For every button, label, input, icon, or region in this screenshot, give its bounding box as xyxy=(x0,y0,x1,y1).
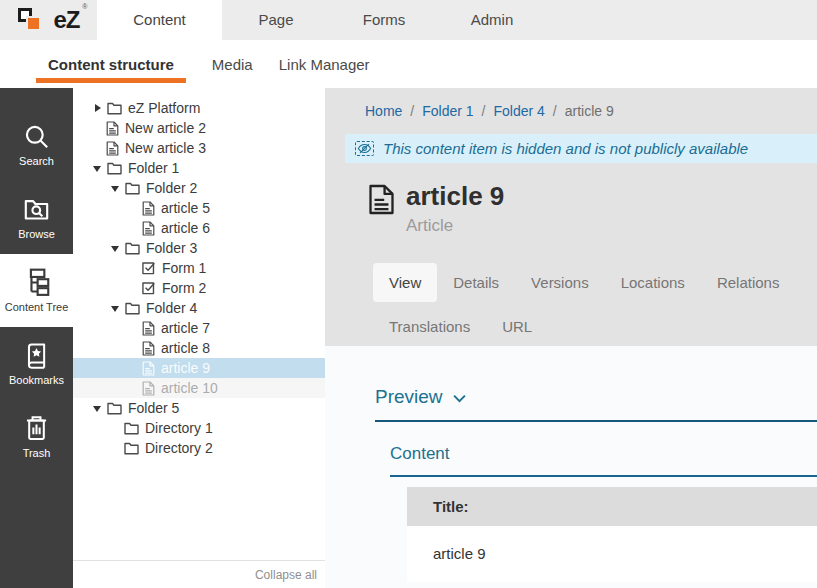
tree-item-content: article 9 xyxy=(142,360,210,376)
notice-text: This content item is hidden and is not p… xyxy=(383,140,748,157)
top-tab-content[interactable]: Content xyxy=(97,0,222,40)
sub-tab-link-manager[interactable]: Link Manager xyxy=(279,40,370,88)
logo-text: eZ® xyxy=(53,6,79,34)
sidebar-item-label: Bookmarks xyxy=(9,374,64,386)
tab-view[interactable]: View xyxy=(373,263,437,302)
tree-item-label: article 9 xyxy=(161,360,210,376)
tab-relations[interactable]: Relations xyxy=(701,263,796,302)
expanded-arrow-icon[interactable] xyxy=(111,183,121,193)
tree-item-label: Form 2 xyxy=(162,280,206,296)
expanded-arrow-icon[interactable] xyxy=(93,163,103,173)
expanded-arrow-icon[interactable] xyxy=(111,303,121,313)
tree-item-label: New article 2 xyxy=(125,120,206,136)
sub-tab-content-structure[interactable]: Content structure xyxy=(36,40,186,88)
app-body: SearchBrowseContent TreeBookmarksTrash e… xyxy=(0,88,817,588)
search-icon xyxy=(23,123,50,150)
preview-toggle[interactable]: Preview xyxy=(375,386,817,422)
tree-item-label: Folder 3 xyxy=(146,240,197,256)
tree-item-label: eZ Platform xyxy=(128,100,200,116)
top-bar: eZ® ContentPageFormsAdmin xyxy=(0,0,817,40)
tree-item-folder-4[interactable]: Folder 4 xyxy=(73,298,325,318)
content-tabs-row-1: ViewDetailsVersionsLocationsRelations xyxy=(373,263,817,302)
tree-item-directory-1[interactable]: Directory 1 xyxy=(73,418,325,438)
ez-logo[interactable]: eZ® xyxy=(0,0,97,40)
tree-item-label: article 7 xyxy=(161,320,210,336)
article-icon xyxy=(106,121,119,136)
tree-item-form-1[interactable]: Form 1 xyxy=(73,258,325,278)
article-icon xyxy=(106,141,119,156)
tree-item-content: Folder 3 xyxy=(125,240,197,256)
tree-item-article-10[interactable]: article 10 xyxy=(73,378,325,398)
tree-item-article-8[interactable]: article 8 xyxy=(73,338,325,358)
tab-locations[interactable]: Locations xyxy=(605,263,701,302)
sidebar-item-trash[interactable]: Trash xyxy=(0,400,73,473)
tree-item-folder-3[interactable]: Folder 3 xyxy=(73,238,325,258)
article-icon xyxy=(142,221,155,236)
tree-item-folder-2[interactable]: Folder 2 xyxy=(73,178,325,198)
folder-icon xyxy=(107,102,122,115)
breadcrumb-home[interactable]: Home xyxy=(365,103,402,119)
tree-item-content: Form 1 xyxy=(142,260,206,276)
tree-item-new-article-3[interactable]: New article 3 xyxy=(73,138,325,158)
tree-item-article-5[interactable]: article 5 xyxy=(73,198,325,218)
folder-icon xyxy=(125,182,140,195)
collapse-all-button[interactable]: Collapse all xyxy=(255,568,317,582)
trash-icon xyxy=(24,415,49,442)
sub-tab-media[interactable]: Media xyxy=(212,40,253,88)
tree-item-content: Directory 1 xyxy=(124,420,213,436)
top-tab-admin[interactable]: Admin xyxy=(438,0,546,40)
tree-item-form-2[interactable]: Form 2 xyxy=(73,278,325,298)
app-window: eZ® ContentPageFormsAdmin Content struct… xyxy=(0,0,817,588)
tree-item-content: article 10 xyxy=(142,380,218,396)
tree-item-content: Folder 1 xyxy=(107,160,179,176)
tree-item-ez-platform[interactable]: eZ Platform xyxy=(73,98,325,118)
tab-versions[interactable]: Versions xyxy=(515,263,605,302)
breadcrumb-folder-1[interactable]: Folder 1 xyxy=(422,103,473,119)
expanded-arrow-icon[interactable] xyxy=(111,243,121,253)
sidebar-item-content-tree[interactable]: Content Tree xyxy=(0,254,73,327)
ez-logo-icon xyxy=(17,5,47,35)
sub-nav: Content structureMediaLink Manager xyxy=(0,40,817,88)
field-table: Title: article 9 xyxy=(407,487,817,582)
tree-item-article-7[interactable]: article 7 xyxy=(73,318,325,338)
sidebar-item-label: Browse xyxy=(18,228,55,240)
tree-item-article-9[interactable]: article 9 xyxy=(73,358,325,378)
field-name: Title: xyxy=(407,487,817,526)
tree-item-article-6[interactable]: article 6 xyxy=(73,218,325,238)
breadcrumb-folder-4[interactable]: Folder 4 xyxy=(494,103,545,119)
tree-item-content: Folder 5 xyxy=(107,400,179,416)
breadcrumb-separator: / xyxy=(410,103,414,119)
tab-translations[interactable]: Translations xyxy=(373,307,486,346)
sidebar-item-browse[interactable]: Browse xyxy=(0,181,73,254)
view-panel: Preview Content Title: article 9 xyxy=(325,346,817,588)
sidebar-item-search[interactable]: Search xyxy=(0,108,73,181)
tree-item-label: Directory 1 xyxy=(145,420,213,436)
tree-item-label: Folder 5 xyxy=(128,400,179,416)
expanded-arrow-icon[interactable] xyxy=(93,403,103,413)
chevron-down-icon xyxy=(453,394,466,403)
tree-item-content: New article 2 xyxy=(106,120,206,136)
folder-icon xyxy=(125,242,140,255)
top-tab-forms[interactable]: Forms xyxy=(330,0,438,40)
breadcrumb-article-9: article 9 xyxy=(565,103,614,119)
content-section-title: Content xyxy=(390,444,817,477)
sidebar-item-bookmarks[interactable]: Bookmarks xyxy=(0,327,73,400)
tab-url[interactable]: URL xyxy=(486,307,548,346)
form-icon xyxy=(142,281,156,295)
tree-item-directory-2[interactable]: Directory 2 xyxy=(73,438,325,458)
tree-item-label: New article 3 xyxy=(125,140,206,156)
tree-item-content: Folder 2 xyxy=(125,180,197,196)
article-icon xyxy=(142,381,155,396)
tab-details[interactable]: Details xyxy=(437,263,515,302)
tree-item-folder-1[interactable]: Folder 1 xyxy=(73,158,325,178)
tree-item-new-article-2[interactable]: New article 2 xyxy=(73,118,325,138)
tree-item-folder-5[interactable]: Folder 5 xyxy=(73,398,325,418)
eye-slash-icon xyxy=(355,141,374,156)
collapsed-arrow-icon[interactable] xyxy=(93,103,103,113)
folder-icon xyxy=(107,162,122,175)
tree-item-label: Folder 4 xyxy=(146,300,197,316)
article-icon xyxy=(142,321,155,336)
sidebar-item-label: Trash xyxy=(23,447,51,459)
top-tab-page[interactable]: Page xyxy=(222,0,330,40)
breadcrumb-separator: / xyxy=(553,103,557,119)
